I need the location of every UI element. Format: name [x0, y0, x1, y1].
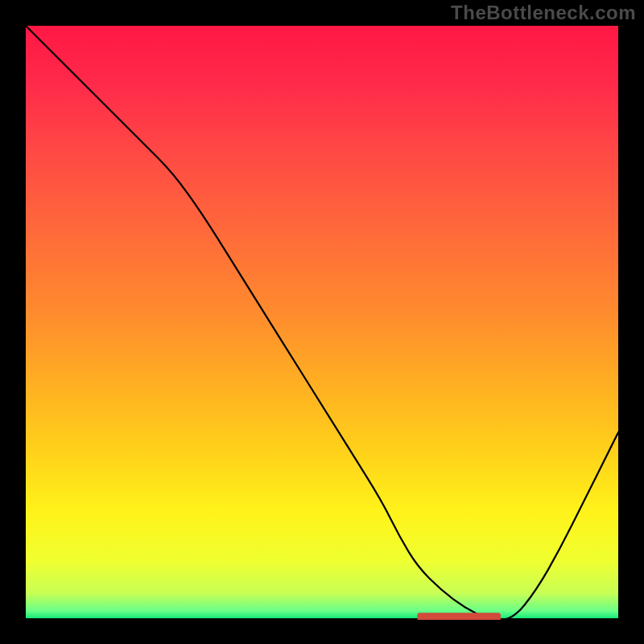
plot-container: [24, 24, 620, 620]
optimal-range-marker: [417, 613, 501, 620]
watermark-label: TheBottleneck.com: [451, 2, 636, 24]
chart-frame: TheBottleneck.com: [0, 0, 644, 644]
bottleneck-chart: [24, 24, 620, 620]
